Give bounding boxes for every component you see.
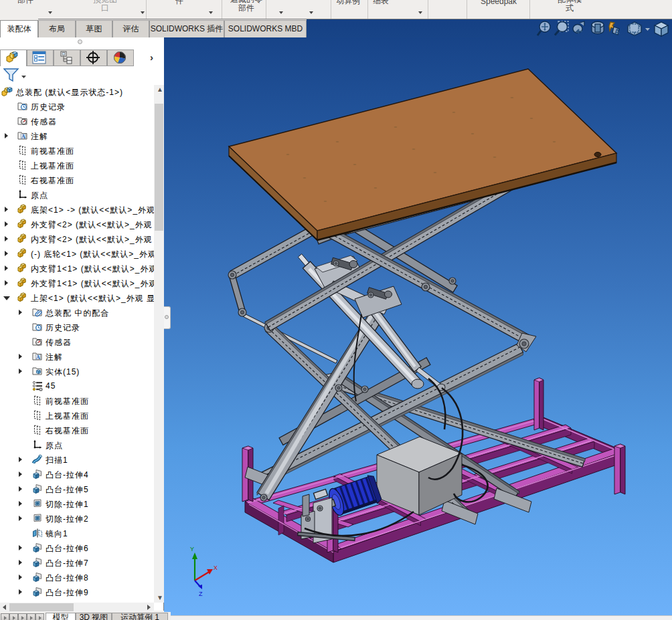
svg-text:A: A	[614, 27, 620, 35]
svg-text:X: X	[214, 564, 218, 571]
svg-text:Z: Z	[199, 591, 203, 597]
svg-text:Y: Y	[190, 546, 194, 552]
